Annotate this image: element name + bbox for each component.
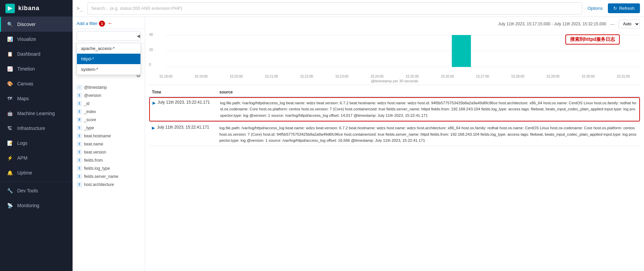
field-type-t-icon-9: t (77, 166, 82, 171)
chart-y-axis: 0 20 40 (149, 31, 153, 68)
field-row-beat-version[interactable]: t beat.version (73, 148, 145, 156)
y-tick-0: 0 (149, 63, 153, 66)
sidebar-item-monitoring[interactable]: 📡 Monitoring (0, 198, 73, 213)
dev-tools-icon: 🔧 (6, 187, 13, 194)
index-dropdown-toggle[interactable]: ◀ (137, 33, 140, 38)
monitoring-icon: 📡 (6, 202, 13, 209)
col-header-time: Time (152, 90, 219, 94)
sidebar-item-infrastructure[interactable]: 🏗 Infrastructure (0, 121, 73, 136)
sidebar-item-timelion[interactable]: 📈 Timelion (0, 61, 73, 76)
fields-panel: ○ @timestamp t @version t _id t _index # (73, 81, 145, 271)
content-area: Add a filter 1 ← ◀ apache_access-* httpd… (73, 17, 644, 271)
sidebar-item-logs[interactable]: 📝 Logs (0, 136, 73, 151)
field-row-version[interactable]: t @version (73, 91, 145, 100)
sidebar-item-uptime[interactable]: 🔔 Uptime (0, 165, 73, 180)
field-row-type[interactable]: t _type (73, 124, 145, 132)
options-button[interactable]: Options (585, 4, 606, 12)
field-row-fields-from[interactable]: t fields.from (73, 156, 145, 164)
chart-area: 0 20 40 15:18:00 15:19:00 15:20:00 (149, 31, 640, 85)
date-separator: — (610, 22, 615, 27)
table-header: Time source (149, 88, 640, 97)
add-filter-arrow: ← (108, 20, 113, 26)
field-type-t-icon-5: t (77, 133, 82, 139)
add-filter-area: Add a filter 1 ← (73, 17, 145, 29)
sidebar-item-visualize[interactable]: 📊 Visualize (0, 32, 73, 47)
sidebar-divider (0, 182, 73, 182)
field-name-beat-version: beat.version (84, 150, 106, 155)
logo-area: kibana (0, 0, 73, 17)
sidebar-item-label-ml: Machine Learning (17, 111, 55, 116)
sidebar-item-machine-learning[interactable]: 🤖 Machine Learning (0, 106, 73, 121)
chart-annotation: 搜索到httpd服务日志 (565, 34, 620, 45)
field-row-timestamp[interactable]: ○ @timestamp (73, 83, 145, 91)
x-tick-1829: 15:29:00 (546, 75, 560, 78)
right-panel: July 11th 2023, 15:17:15.000 - July 11th… (145, 17, 644, 271)
field-row-beat-hostname[interactable]: t beat.hostname (73, 132, 145, 140)
sidebar-item-apm[interactable]: ⚡ APM (0, 151, 73, 165)
add-filter-label: Add a filter (77, 21, 98, 26)
field-name-type: _type (84, 126, 94, 130)
field-row-host-architecture[interactable]: t host.architecture (73, 181, 145, 189)
top-bar: >_ Search... (e.g. status:200 AND extens… (73, 0, 644, 17)
field-name-fields-server-name: fields.server_name (84, 174, 118, 179)
add-filter-link[interactable]: Add a filter 1 (77, 21, 105, 27)
x-tick-1818: 15:18:00 (159, 75, 172, 78)
sidebar-item-dashboard[interactable]: 📋 Dashboard (0, 47, 73, 61)
index-option-httpd[interactable]: httpd-* (77, 54, 140, 64)
index-pattern-area: ◀ apache_access-* httpd-* system-* (73, 29, 145, 43)
row-time-2: July 11th 2023, 15:22:41.171 (157, 125, 219, 130)
sidebar-item-label-infra: Infrastructure (17, 126, 45, 131)
sidebar-item-label-logs: Logs (17, 140, 27, 146)
field-row-id[interactable]: t _id (73, 100, 145, 108)
canvas-icon: 🎨 (6, 80, 13, 87)
field-row-fields-log-type[interactable]: t fields.log_type (73, 164, 145, 172)
sidebar-item-label-timelion: Timelion (17, 66, 35, 72)
field-name-fields-from: fields.from (84, 158, 103, 163)
sidebar-item-label-discover: Discover (17, 22, 35, 27)
sidebar-item-maps[interactable]: 🗺 Maps (0, 91, 73, 106)
chart-bar (452, 35, 471, 67)
sidebar-item-dev-tools[interactable]: 🔧 Dev Tools (0, 183, 73, 198)
field-type-t-icon-7: t (77, 150, 82, 155)
table-row-1[interactable]: ▶ July 11th 2023, 15:22:41.171 log.file.… (150, 98, 639, 121)
x-tick-1826: 15:26:00 (441, 75, 454, 78)
index-option-system[interactable]: system-* (77, 64, 140, 75)
search-placeholder: Search... (e.g. status:200 AND extension… (91, 6, 182, 11)
row-source-2: log.file.path: /var/log/httpd/access_log… (219, 125, 637, 143)
refresh-button[interactable]: ↻ Refresh (608, 3, 640, 13)
highlighted-row-container: ▶ July 11th 2023, 15:22:41.171 log.file.… (149, 97, 640, 121)
normal-row-container: ▶ July 11th 2023, 15:22:41.171 log.file.… (149, 123, 640, 146)
left-panel: Add a filter 1 ← ◀ apache_access-* httpd… (73, 17, 145, 271)
sidebar-item-discover[interactable]: 🔍 Discover (0, 17, 73, 32)
main-content: >_ Search... (e.g. status:200 AND extens… (73, 0, 644, 271)
field-name-beat-hostname: beat.hostname (84, 134, 111, 138)
index-dropdown: apache_access-* httpd-* system-* (77, 43, 141, 75)
field-row-index[interactable]: t _index (73, 108, 145, 116)
field-row-beat-name[interactable]: t beat.name (73, 140, 145, 148)
row-expand-2[interactable]: ▶ (152, 126, 155, 130)
index-option-apache[interactable]: apache_access-* (77, 43, 140, 54)
x-tick-1822: 15:22:00 (300, 75, 313, 78)
x-tick-1821: 15:21:00 (265, 75, 278, 78)
table-row-2[interactable]: ▶ July 11th 2023, 15:22:41.171 log.file.… (149, 123, 640, 146)
field-type-circle-icon: ○ (77, 85, 82, 90)
sidebar-item-canvas[interactable]: 🎨 Canvas (0, 76, 73, 91)
field-row-fields-server-name[interactable]: t fields.server_name (73, 172, 145, 181)
sidebar-item-label-devtools: Dev Tools (17, 188, 38, 193)
field-row-score[interactable]: # _score (73, 116, 145, 124)
filter-badge: 1 (99, 21, 105, 27)
sidebar-item-label-uptime: Uptime (17, 170, 32, 175)
field-name-host-architecture: host.architecture (84, 182, 114, 187)
row-expand-1[interactable]: ▶ (153, 101, 156, 105)
x-tick-1824: 15:24:00 (370, 75, 383, 78)
index-pattern-input[interactable] (77, 31, 141, 41)
x-tick-1825: 15:25:00 (406, 75, 419, 78)
x-tick-1820: 15:20:00 (230, 75, 243, 78)
auto-interval-select[interactable]: Auto (619, 20, 640, 28)
field-name-id: _id (84, 101, 89, 106)
kibana-logo-icon (5, 4, 15, 13)
field-type-t-icon: t (77, 93, 82, 98)
field-name-version: @version (84, 93, 101, 98)
field-type-hash-icon: # (77, 117, 82, 123)
search-input-area[interactable]: Search... (e.g. status:200 AND extension… (87, 2, 582, 15)
